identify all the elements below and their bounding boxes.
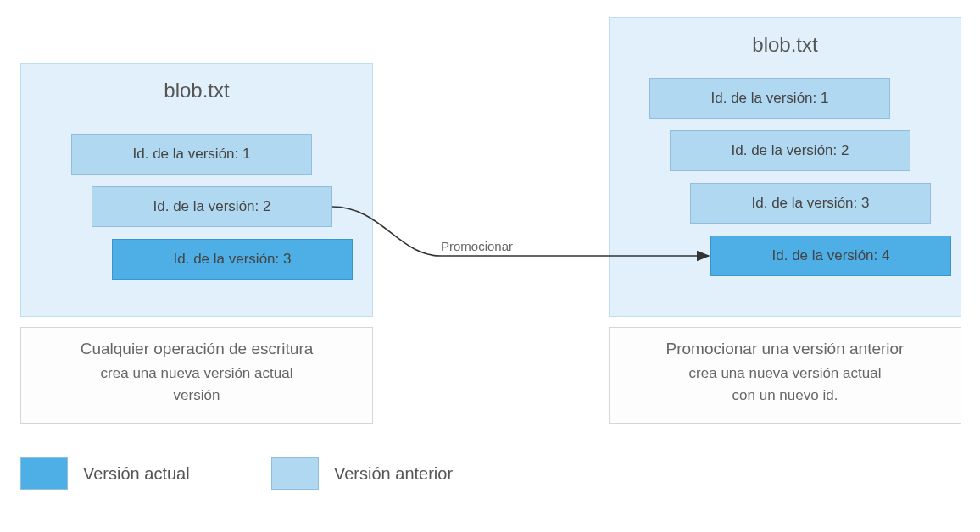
- promote-arrow: [17, 17, 963, 356]
- legend-current: Versión actual: [20, 457, 190, 490]
- promote-arrow-label: Promocionar: [441, 239, 513, 253]
- caption-line: versión: [21, 387, 372, 404]
- legend-label-current: Versión actual: [83, 464, 190, 484]
- caption-line: con un nuevo id.: [610, 387, 961, 404]
- caption-line: crea una nueva versión actual: [610, 365, 961, 382]
- caption-line: crea una nueva versión actual: [21, 365, 372, 382]
- legend-label-previous: Versión anterior: [334, 464, 453, 484]
- legend-swatch-previous: [271, 457, 319, 490]
- versioning-diagram: blob.txt Id. de la versión: 1 Id. de la …: [17, 17, 963, 515]
- legend-swatch-current: [20, 457, 68, 490]
- legend-previous: Versión anterior: [271, 457, 453, 490]
